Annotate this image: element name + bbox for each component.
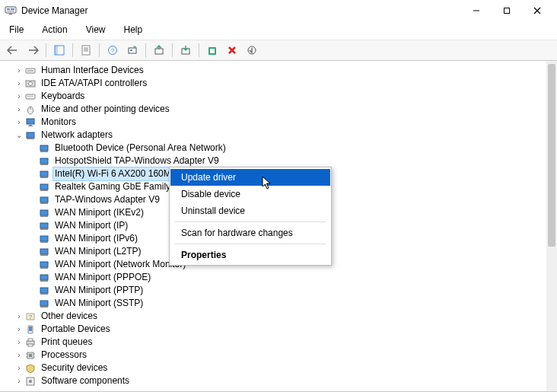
uninstall-device-icon[interactable] <box>224 42 240 59</box>
svg-rect-24 <box>27 70 33 72</box>
expand-icon[interactable]: › <box>14 374 24 387</box>
software-icon <box>24 375 37 387</box>
device-manager-icon <box>5 5 17 17</box>
menu-help[interactable]: Help <box>121 23 146 37</box>
svg-rect-30 <box>30 96 31 97</box>
enable-device-icon[interactable] <box>204 42 221 59</box>
tree-label: Monitors <box>40 116 78 129</box>
svg-rect-28 <box>27 96 28 97</box>
tree-label: Software components <box>40 374 131 387</box>
svg-rect-38 <box>27 138 34 139</box>
ctx-properties[interactable]: Properties <box>170 247 330 263</box>
svg-rect-62 <box>40 293 48 295</box>
svg-rect-68 <box>29 327 32 331</box>
svg-rect-34 <box>27 119 34 124</box>
expand-icon[interactable]: › <box>14 349 24 362</box>
properties-icon[interactable] <box>78 42 94 59</box>
tree-node-net-pptp[interactable]: WAN Miniport (PPTP) <box>5 284 557 297</box>
tree-node-net-bt[interactable]: Bluetooth Device (Personal Area Network) <box>5 142 557 155</box>
network-adapter-icon <box>38 168 50 180</box>
menu-file[interactable]: File <box>6 23 27 37</box>
tree-node-hid[interactable]: › Human Interface Devices <box>5 64 557 77</box>
tree-node-security[interactable]: › Security devices <box>5 362 557 374</box>
svg-rect-50 <box>40 215 48 217</box>
svg-rect-64 <box>40 306 48 308</box>
expand-icon[interactable]: › <box>14 310 24 323</box>
tree-label: Print queues <box>40 336 94 349</box>
tree-node-ide[interactable]: › IDE ATA/ATAPI controllers <box>5 77 557 90</box>
tree-node-keyboards[interactable]: › Keyboards <box>5 90 557 103</box>
ctx-update-driver[interactable]: Update driver <box>170 169 330 186</box>
context-menu: Update driver Disable device Uninstall d… <box>169 167 332 266</box>
help-icon[interactable]: ? <box>104 42 121 59</box>
tree-node-processors[interactable]: › Processors <box>5 349 557 362</box>
svg-rect-49 <box>40 210 48 215</box>
mouse-icon <box>24 104 37 116</box>
svg-rect-36 <box>28 126 33 126</box>
update-driver-icon[interactable] <box>151 42 167 59</box>
network-adapter-icon <box>38 207 50 219</box>
network-adapter-icon <box>38 194 50 206</box>
svg-rect-4 <box>9 14 12 14</box>
scrollbar-thumb[interactable] <box>548 64 555 247</box>
svg-point-79 <box>29 380 32 383</box>
tree-node-network-adapters[interactable]: ⌄ Network adapters <box>5 129 557 142</box>
forward-icon[interactable] <box>24 42 41 59</box>
menu-view[interactable]: View <box>83 23 109 37</box>
disable-device-icon[interactable] <box>177 42 194 59</box>
expand-icon[interactable]: › <box>14 336 24 349</box>
svg-rect-11 <box>82 46 90 55</box>
ctx-uninstall-device[interactable]: Uninstall device <box>170 202 330 219</box>
network-adapter-icon <box>38 181 50 193</box>
processor-icon <box>24 349 37 362</box>
show-hide-tree-icon[interactable] <box>51 42 68 59</box>
tree-node-printq[interactable]: › Print queues <box>5 336 557 349</box>
monitor-icon <box>24 116 37 129</box>
network-adapter-icon <box>38 142 50 155</box>
svg-rect-73 <box>29 354 32 357</box>
svg-text:?: ? <box>29 314 33 320</box>
expand-icon[interactable]: › <box>14 103 24 116</box>
expand-icon[interactable]: › <box>14 116 24 129</box>
maximize-button[interactable] <box>492 0 522 21</box>
svg-rect-37 <box>27 132 34 138</box>
network-adapter-icon <box>38 220 50 232</box>
security-icon <box>24 362 37 374</box>
network-adapter-icon <box>38 285 50 297</box>
minimize-button[interactable] <box>461 0 492 21</box>
svg-rect-59 <box>40 275 48 280</box>
tree-node-net-hotspot[interactable]: HotspotShield TAP-Windows Adapter V9 <box>5 155 557 167</box>
network-adapter-icon <box>38 259 50 271</box>
tree-node-net-sstp[interactable]: WAN Miniport (SSTP) <box>5 297 557 310</box>
svg-rect-18 <box>130 49 132 51</box>
expand-icon[interactable]: › <box>14 362 24 374</box>
tree-label: WAN Miniport (Network Monitor) <box>53 258 187 271</box>
expand-icon[interactable]: › <box>14 77 24 90</box>
svg-point-26 <box>29 81 33 85</box>
svg-rect-41 <box>40 158 48 164</box>
ctx-separator <box>175 221 326 222</box>
ctx-scan-hardware[interactable]: Scan for hardware changes <box>170 225 330 241</box>
svg-rect-42 <box>40 164 48 165</box>
tree-node-other[interactable]: › ? Other devices <box>5 310 557 323</box>
ctx-disable-device[interactable]: Disable device <box>170 186 330 202</box>
tree-node-net-pppoe[interactable]: WAN Miniport (PPPOE) <box>5 271 557 284</box>
add-legacy-hardware-icon[interactable] <box>243 42 260 59</box>
tree-node-portable[interactable]: › Portable Devices <box>5 323 557 336</box>
scan-hardware-icon[interactable] <box>124 42 141 59</box>
close-button[interactable] <box>522 0 552 21</box>
collapse-icon[interactable]: ⌄ <box>14 129 24 142</box>
vertical-scrollbar[interactable] <box>546 61 557 391</box>
tree-node-mice[interactable]: › Mice and other pointing devices <box>5 103 557 116</box>
back-icon[interactable] <box>5 42 21 59</box>
expand-icon[interactable]: › <box>14 64 24 77</box>
tree-node-monitors[interactable]: › Monitors <box>5 116 557 129</box>
expand-icon[interactable]: › <box>14 323 24 336</box>
tree-node-software[interactable]: › Software components <box>5 374 557 387</box>
expand-icon[interactable]: › <box>14 90 24 103</box>
network-adapter-icon <box>38 155 50 167</box>
menu-action[interactable]: Action <box>39 23 70 37</box>
ctx-separator <box>175 244 326 244</box>
tree-label: TAP-Windows Adapter V9 <box>53 193 161 206</box>
hid-icon <box>24 65 37 77</box>
